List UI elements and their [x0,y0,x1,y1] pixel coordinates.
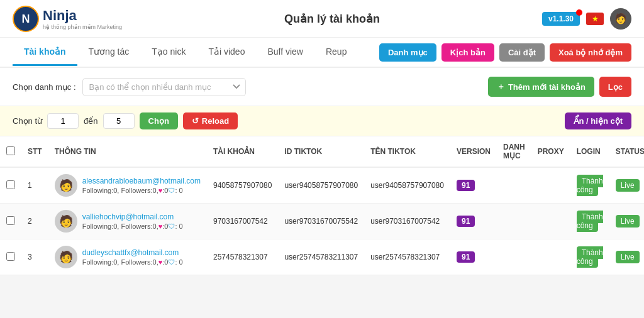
header-danh-muc: DANHMỤC [497,136,531,167]
row-id-tiktok: user94058757907080 [278,167,364,204]
row-stt: 3 [21,239,48,275]
user-stats: Following:0, Followers:0,♥:0🛡: 0 [82,258,183,266]
login-status-badge: Thành công [577,211,603,232]
category-select[interactable]: Bạn có thể chọn nhiều danh mục [82,78,246,96]
cai-dat-button[interactable]: Cài đặt [499,43,545,62]
row-checkbox[interactable] [6,216,15,225]
user-stats: Following:0, Followers:0,♥:0🛡: 0 [82,222,183,230]
row-checkbox[interactable] [6,180,15,189]
row-status: Live [609,239,644,275]
filter-row: Chọn danh mục : Bạn có thể chọn nhiều da… [0,68,644,106]
filter-right: ＋ Thêm mới tài khoản Lọc [488,77,631,97]
version-badge: v1.1.30 [542,12,580,26]
row-thong-tin: 🧑 alessandrabloebaum@hotmail.com Followi… [48,167,207,204]
row-checkbox[interactable] [6,252,15,261]
row-danh-muc [497,204,531,239]
user-stats: Following:0, Followers:0,♥:0🛡: 0 [82,187,201,194]
header-checkbox-cell [0,136,21,167]
tab-tuong-tac[interactable]: Tương tác [77,39,141,66]
live-status-badge: Live [616,251,640,263]
reload-label: Reload [202,116,229,126]
kich-ban-button[interactable]: Kịch bản [441,43,494,62]
tab-buff-view[interactable]: Buff view [256,39,314,66]
header-right: v1.1.30 ★ 🧑 [542,8,631,30]
live-status-badge: Live [616,179,640,192]
nav-tabs: Tài khoản Tương tác Tạo nick Tải video B… [13,39,358,66]
row-version: 91 [450,239,497,275]
svg-text:N: N [22,13,30,25]
row-status: Live [609,167,644,204]
logo-sub: hệ thống phần mềm Marketing [43,24,122,30]
vn-flag-icon: ★ [586,13,604,25]
danh-muc-button[interactable]: Danh mục [379,43,436,62]
row-danh-muc [497,167,531,204]
version-badge: 91 [457,180,475,191]
tab-tai-khoan[interactable]: Tài khoản [13,39,77,66]
header-login: LOGIN [570,136,609,167]
user-avatar-icon: 🧑 [55,246,77,268]
range-left: Chọn từ đến Chọn ↺ Reload [13,112,238,129]
range-to-input[interactable] [103,113,135,129]
filter-left: Chọn danh mục : Bạn có thể chọn nhiều da… [13,78,246,96]
table-row: 3 🧑 dudleyschattfx@hotmail.com Following… [0,239,644,275]
row-login: Thành công [570,204,609,239]
chon-button[interactable]: Chọn [140,112,178,129]
nav-bar: Tài khoản Tương tác Tạo nick Tải video B… [0,38,644,68]
user-email: valliehochvip@hotmail.com [82,212,183,221]
table-row: 2 🧑 valliehochvip@hotmail.com Following:… [0,204,644,239]
accounts-table: STT THÔNG TIN TÀI KHOẢN ID TIKTOK TÊN TI… [0,136,644,275]
row-login: Thành công [570,239,609,275]
header-version: VERSION [450,136,497,167]
row-checkbox-cell [0,204,21,239]
hide-col-button[interactable]: Ẩn / hiện cột [565,112,631,129]
row-checkbox-cell [0,239,21,275]
nav-action-buttons: Danh mục Kịch bản Cài đặt Xoá bộ nhớ đệm [379,43,631,62]
logo-area: N Ninja hệ thống phần mềm Marketing [13,6,122,32]
header-ten-tiktok: TÊN TIKTOK [364,136,450,167]
row-status: Live [609,204,644,239]
login-status-badge: Thành công [577,246,603,268]
header-id-tiktok: ID TIKTOK [278,136,364,167]
filter-button[interactable]: Lọc [599,77,631,97]
row-proxy [531,239,570,275]
table-body: 1 🧑 alessandrabloebaum@hotmail.com Follo… [0,167,644,275]
table-header-row: STT THÔNG TIN TÀI KHOẢN ID TIKTOK TÊN TI… [0,136,644,167]
row-danh-muc [497,239,531,275]
row-thong-tin: 🧑 valliehochvip@hotmail.com Following:0,… [48,204,207,239]
row-checkbox-cell [0,167,21,204]
add-account-button[interactable]: ＋ Thêm mới tài khoản [488,77,594,97]
plus-icon: ＋ [497,81,505,92]
reload-button[interactable]: ↺ Reload [183,112,238,129]
tab-tai-video[interactable]: Tải video [197,39,256,66]
table-container: STT THÔNG TIN TÀI KHOẢN ID TIKTOK TÊN TI… [0,136,644,275]
xoa-bo-nho-dem-button[interactable]: Xoá bộ nhớ đệm [550,43,631,62]
row-ten-tiktok: user94058757907080 [364,167,450,204]
tab-tao-nick[interactable]: Tạo nick [140,39,197,66]
add-account-label: Thêm mới tài khoản [508,82,586,92]
filter-label: Chọn danh mục : [13,82,76,92]
tab-reup[interactable]: Reup [314,39,358,66]
user-email: dudleyschattfx@hotmail.com [82,248,183,257]
row-login: Thành công [570,167,609,204]
range-label-from: Chọn từ [13,116,42,126]
header-stt: STT [21,136,48,167]
row-version: 91 [450,204,497,239]
header-tai-khoan: TÀI KHOẢN [207,136,278,167]
user-email: alessandrabloebaum@hotmail.com [82,177,201,185]
row-thong-tin: 🧑 dudleyschattfx@hotmail.com Following:0… [48,239,207,275]
row-ten-tiktok: user9703167007542 [364,204,450,239]
reload-icon: ↺ [192,116,199,126]
range-row: Chọn từ đến Chọn ↺ Reload Ẩn / hiện cột [0,106,644,136]
ninja-logo-icon: N [13,6,39,32]
user-avatar[interactable]: 🧑 [610,8,631,30]
table-row: 1 🧑 alessandrabloebaum@hotmail.com Follo… [0,167,644,204]
row-stt: 2 [21,204,48,239]
select-all-checkbox[interactable] [6,146,15,155]
row-tai-khoan: 2574578321307 [207,239,278,275]
version-badge: 91 [457,251,475,263]
user-avatar-icon: 🧑 [55,210,77,233]
header-title: Quản lý tài khoản [122,12,542,26]
range-from-input[interactable] [47,113,79,129]
header-status: STATUS [609,136,644,167]
row-proxy [531,204,570,239]
